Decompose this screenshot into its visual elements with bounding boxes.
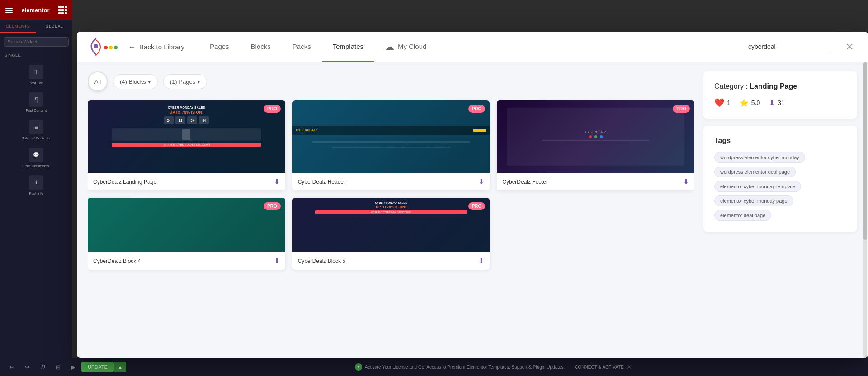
pro-badge-3: PRO <box>673 105 690 113</box>
stat-downloads: ⬇ 31 <box>769 99 785 107</box>
tag-3[interactable]: elementor cyber monday template <box>714 181 801 192</box>
post-content-icon: ¶ <box>29 92 43 107</box>
countdown-seconds: 59 <box>187 116 197 124</box>
tab-global[interactable]: GLOBAL <box>36 20 72 33</box>
card-footer-5: CyberDealz Block 5 ⬇ <box>292 252 490 270</box>
sidebar-header: elementor <box>0 0 72 20</box>
tags-title: Tags <box>714 137 846 145</box>
tag-2[interactable]: wordpress elementor deal page <box>714 167 796 177</box>
sidebar-item-post-title[interactable]: T Post Title <box>4 61 69 89</box>
editor-sidebar: elementor ELEMENTS GLOBAL SINGLE T Post … <box>0 0 72 376</box>
template-card-5[interactable]: PRO CYBER MONDAY SALES UPTO 70% IS ON! H… <box>292 198 490 270</box>
template-preview-4: PRO <box>88 198 285 252</box>
post-title-label: Post Title <box>29 81 44 85</box>
footer-dots <box>589 135 603 138</box>
heart-icon: ❤️ <box>714 98 724 108</box>
bottom-bar-left: ↩ ↪ ⏱ ⊞ ▶ UPDATE ▲ <box>7 362 126 372</box>
landing-page-preview: CYBER MONDAY SALES UPTO 70% IS ON! 24 11… <box>88 100 285 173</box>
footer-line-1 <box>542 140 649 141</box>
back-label-text: Back to Library <box>139 43 184 51</box>
chevron-down-icon: ▾ <box>148 78 151 85</box>
update-arrow-button[interactable]: ▲ <box>114 362 126 372</box>
block4-preview <box>88 198 285 252</box>
download-icon-4[interactable]: ⬇ <box>274 257 280 265</box>
search-widget-input[interactable] <box>4 37 69 47</box>
download-icon-5[interactable]: ⬇ <box>478 257 484 265</box>
logo-dots <box>104 46 118 49</box>
elementor-logo-text: elementor <box>21 7 49 14</box>
template-search-input[interactable] <box>745 40 831 53</box>
undo-icon[interactable]: ↩ <box>7 362 16 371</box>
template-card-3[interactable]: PRO CYBERDEALZ <box>497 100 694 190</box>
promo-line2: UPTO 70% IS ON! <box>170 110 203 114</box>
template-library-modal: ← Back to Library Pages Blocks Packs Tem… <box>77 32 868 358</box>
card-title-1: CyberDealz Landing Page <box>93 179 156 185</box>
filter-all-button[interactable]: All <box>88 71 108 91</box>
download-count-icon: ⬇ <box>769 99 775 107</box>
template-card-1[interactable]: PRO CYBER MONDAY SALES UPTO 70% IS ON! 2… <box>88 100 285 190</box>
hamburger-icon[interactable] <box>5 8 13 13</box>
sidebar-item-post-comments[interactable]: 💬 Post Comments <box>4 144 69 171</box>
download-icon-2[interactable]: ⬇ <box>478 177 484 186</box>
tag-5[interactable]: elementor deal page <box>714 210 771 221</box>
dot-2 <box>594 135 597 138</box>
download-icon-3[interactable]: ⬇ <box>683 177 689 186</box>
category-info-card: Category : Landing Page ❤️ 1 ⭐ 5.0 ⬇ 31 <box>703 71 857 119</box>
post-title-icon: T <box>29 65 43 79</box>
tag-1[interactable]: wordpress elementor cyber monday <box>714 152 805 163</box>
redo-icon[interactable]: ↪ <box>23 362 32 371</box>
card-title-5: CyberDealz Block 5 <box>298 258 345 264</box>
sidebar-tabs: ELEMENTS GLOBAL <box>0 20 72 33</box>
template-preview-3: PRO CYBERDEALZ <box>497 100 694 173</box>
download-icon-1[interactable]: ⬇ <box>274 177 280 186</box>
filter-pages-dropdown[interactable]: (1) Pages ▾ <box>163 74 207 89</box>
star-icon: ⭐ <box>740 99 749 107</box>
close-modal-button[interactable]: ✕ <box>842 39 857 55</box>
dot-1 <box>589 135 592 138</box>
activate-dot-icon: ✦ <box>355 363 362 371</box>
countdown-hours: 24 <box>164 116 174 124</box>
header-preview: CYBERDEALZ <box>292 100 490 173</box>
cyberdealz-text: CYBERDEALZ <box>296 129 318 132</box>
template-card-4[interactable]: PRO CyberDealz Block 4 ⬇ <box>88 198 285 270</box>
sidebar-widgets-list: T Post Title ¶ Post Content ≡ Table of C… <box>0 59 72 201</box>
back-to-library-button[interactable]: ← Back to Library <box>128 43 184 51</box>
right-sidebar-panel: Category : Landing Page ❤️ 1 ⭐ 5.0 ⬇ 31 <box>703 71 857 349</box>
svg-point-0 <box>94 44 98 48</box>
card-footer-3: CyberDealz Footer ⬇ <box>497 173 694 190</box>
tab-packs[interactable]: Packs <box>282 32 322 62</box>
tag-4[interactable]: elementor cyber monday page <box>714 195 793 206</box>
sidebar-search-area <box>0 33 72 50</box>
responsive-icon[interactable]: ⊞ <box>53 362 62 371</box>
tab-blocks[interactable]: Blocks <box>240 32 282 62</box>
update-button[interactable]: UPDATE <box>81 362 114 372</box>
sidebar-item-post-content[interactable]: ¶ Post Content <box>4 89 69 116</box>
modal-scrollbar[interactable] <box>863 62 867 358</box>
card-title-2: CyberDealz Header <box>298 179 345 185</box>
filter-blocks-dropdown[interactable]: (4) Blocks ▾ <box>113 74 158 89</box>
card-footer-1: CyberDealz Landing Page ⬇ <box>88 173 285 190</box>
back-arrow-icon: ← <box>128 43 136 51</box>
update-button-group: UPDATE ▲ <box>81 362 126 372</box>
connect-activate-button[interactable]: CONNECT & ACTIVATE <box>575 365 623 370</box>
tags-card: Tags wordpress elementor cyber monday wo… <box>703 126 857 232</box>
sidebar-item-table-of-contents[interactable]: ≡ Table of Contents <box>4 116 69 144</box>
sidebar-item-post-info[interactable]: ℹ Post Info <box>4 171 69 199</box>
tab-pages[interactable]: Pages <box>199 32 240 62</box>
tab-my-cloud[interactable]: ☁ My Cloud <box>374 32 437 62</box>
header-bar: CYBERDEALZ <box>292 126 490 135</box>
toc-icon: ≡ <box>29 120 43 134</box>
history-icon[interactable]: ⏱ <box>38 362 47 371</box>
bottom-bar: ↩ ↪ ⏱ ⊞ ▶ UPDATE ▲ ✦ Activate Your Licen… <box>0 358 868 376</box>
tab-templates[interactable]: Templates <box>322 32 374 62</box>
tab-elements[interactable]: ELEMENTS <box>0 20 36 33</box>
close-activate-bar-button[interactable]: ✕ <box>627 363 632 371</box>
toc-label: Table of Contents <box>22 136 50 140</box>
templatera-logo-icon <box>88 38 104 56</box>
template-card-2[interactable]: PRO CYBERDEALZ <box>292 100 490 190</box>
settings-icon[interactable]: ▶ <box>69 362 78 371</box>
promo-line1: CYBER MONDAY SALES <box>168 106 205 109</box>
grid-menu-icon[interactable] <box>58 6 67 14</box>
category-stats: ❤️ 1 ⭐ 5.0 ⬇ 31 <box>714 98 846 108</box>
chevron-down-icon-2: ▾ <box>197 78 200 85</box>
